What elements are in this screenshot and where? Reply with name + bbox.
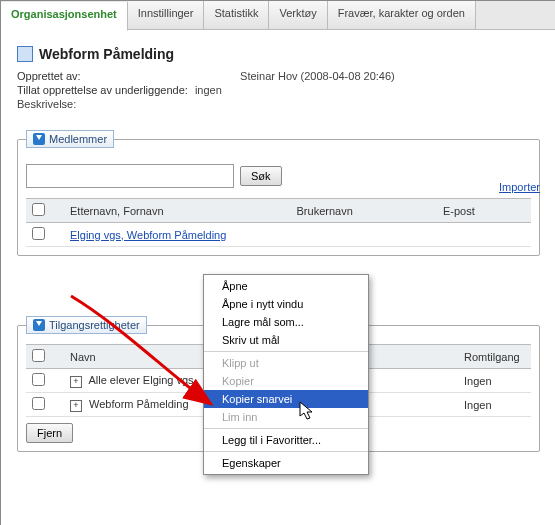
created-row: Opprettet av: Steinar Hov (2008-04-08 20…: [17, 70, 540, 82]
ctx-separator: [204, 428, 368, 429]
select-all-access[interactable]: [32, 349, 45, 362]
context-menu: Åpne Åpne i nytt vindu Lagre mål som... …: [203, 274, 369, 475]
expand-icon[interactable]: +: [70, 400, 82, 412]
created-value: Steinar Hov (2008-04-08 20:46): [240, 70, 395, 82]
tab-statistikk[interactable]: Statistikk: [204, 1, 269, 29]
ctx-separator: [204, 351, 368, 352]
ctx-properties[interactable]: Egenskaper: [204, 454, 368, 472]
description-label: Beskrivelse:: [17, 98, 76, 110]
description-row: Beskrivelse:: [17, 98, 540, 110]
access-legend-text: Tilgangsrettigheter: [49, 319, 140, 331]
members-table: Etternavn, Fornavn Brukernavn E-post Elg…: [26, 198, 531, 247]
ctx-open-new[interactable]: Åpne i nytt vindu: [204, 295, 368, 313]
allow-sub-value: ingen: [195, 84, 222, 96]
members-legend[interactable]: Medlemmer: [26, 130, 114, 148]
tab-innstillinger[interactable]: Innstillinger: [128, 1, 205, 29]
ctx-cut: Klipp ut: [204, 354, 368, 372]
ctx-paste: Lim inn: [204, 408, 368, 426]
row-checkbox[interactable]: [32, 397, 45, 410]
col-email[interactable]: E-post: [437, 199, 531, 223]
remove-button[interactable]: Fjern: [26, 423, 73, 443]
member-link[interactable]: Elging vgs, Webform Påmelding: [70, 229, 226, 241]
ctx-save-target[interactable]: Lagre mål som...: [204, 313, 368, 331]
members-group: Medlemmer Søk Etternavn, Fornavn Brukern…: [17, 130, 540, 256]
col-room[interactable]: Romtilgang: [458, 345, 531, 369]
col-name[interactable]: Etternavn, Fornavn: [64, 199, 291, 223]
access-legend[interactable]: Tilgangsrettigheter: [26, 316, 147, 334]
members-searchbar: Søk: [26, 164, 531, 188]
col-user[interactable]: Brukernavn: [291, 199, 437, 223]
table-row: Elging vgs, Webform Påmelding: [26, 223, 531, 247]
select-all-members[interactable]: [32, 203, 45, 216]
ctx-copy-shortcut[interactable]: Kopier snarvei: [204, 390, 368, 408]
allow-sub-label: Tillat opprettelse av underliggende:: [17, 84, 188, 96]
tab-bar: Organisasjonsenhet Innstillinger Statist…: [1, 1, 555, 30]
org-unit-icon: [17, 46, 33, 62]
app-window: Organisasjonsenhet Innstillinger Statist…: [0, 0, 555, 525]
tab-organisasjonsenhet[interactable]: Organisasjonsenhet: [1, 2, 128, 31]
search-input[interactable]: [26, 164, 234, 188]
access-name: Webform Påmelding: [89, 398, 188, 410]
access-room: Ingen: [458, 369, 531, 393]
allow-sub-row: Tillat opprettelse av underliggende: ing…: [17, 84, 540, 96]
page-title-text: Webform Påmelding: [39, 46, 174, 62]
row-checkbox[interactable]: [32, 373, 45, 386]
row-checkbox[interactable]: [32, 227, 45, 240]
tab-fravaer[interactable]: Fravær, karakter og orden: [328, 1, 476, 29]
ctx-separator: [204, 451, 368, 452]
expand-icon[interactable]: +: [70, 376, 82, 388]
collapse-icon: [33, 133, 45, 145]
created-label: Opprettet av:: [17, 70, 237, 82]
members-legend-text: Medlemmer: [49, 133, 107, 145]
importer-link[interactable]: Importer: [499, 181, 540, 193]
ctx-print-target[interactable]: Skriv ut mål: [204, 331, 368, 349]
tab-verktoy[interactable]: Verktøy: [269, 1, 327, 29]
collapse-icon: [33, 319, 45, 331]
page-title: Webform Påmelding: [17, 46, 540, 62]
access-name: Alle elever Elging vgs: [88, 374, 193, 386]
ctx-add-favorites[interactable]: Legg til i Favoritter...: [204, 431, 368, 449]
access-room: Ingen: [458, 393, 531, 417]
ctx-open[interactable]: Åpne: [204, 277, 368, 295]
ctx-copy: Kopier: [204, 372, 368, 390]
search-button[interactable]: Søk: [240, 166, 282, 186]
